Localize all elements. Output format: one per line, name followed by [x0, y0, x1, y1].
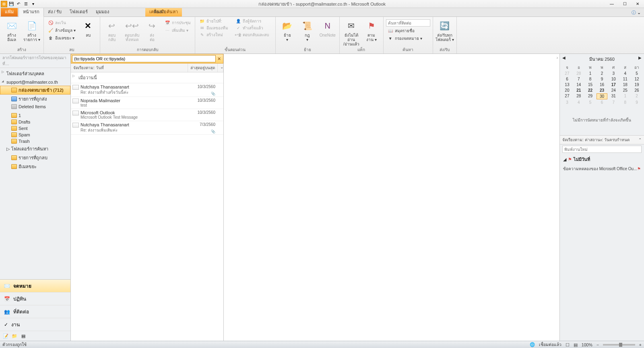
qs-done[interactable]: ✓ทำเสร็จแล้ว	[234, 25, 270, 31]
task-item[interactable]: ข้อความทดลองของ Microsoft Office Ou... ⚑	[560, 165, 644, 173]
tab-send-receive[interactable]: ส่ง / รับ	[44, 7, 66, 16]
cal-day[interactable]: 1	[619, 93, 631, 99]
message-item[interactable]: Nutchaya Thanasaranart 7/3/2560 Re: ส่งง…	[71, 121, 223, 135]
cal-day[interactable]: 27	[561, 93, 573, 99]
folder-spam[interactable]: Spam	[0, 132, 70, 138]
message-item[interactable]: Microsoft Outlook 10/3/2560 Microsoft Ou…	[71, 109, 223, 121]
cal-day[interactable]: 25	[619, 88, 631, 93]
folder-drafts[interactable]: Drafts	[0, 119, 70, 125]
cal-day[interactable]: 19	[631, 82, 642, 87]
cal-day[interactable]: 23	[597, 88, 608, 93]
nav-tasks[interactable]: ✓งาน	[0, 318, 70, 331]
move-button[interactable]: 📂ย้าย ▾	[278, 18, 297, 42]
cal-day[interactable]: 5	[585, 100, 596, 105]
qs-create[interactable]: ✎สร้างใหม่	[198, 31, 234, 38]
save-icon[interactable]: 💾	[8, 1, 14, 7]
find-contact-input[interactable]	[386, 19, 430, 27]
maximize-button[interactable]: ☐	[620, 1, 630, 6]
folderlist-icon[interactable]: 📁	[11, 333, 18, 339]
folder-deleted-items[interactable]: Deleted Items	[0, 103, 70, 110]
qs-replydelete[interactable]: ↩🗑ตอบกลับและลบ	[234, 31, 270, 38]
arrange-by[interactable]: จัดเรียงตาม: วันที่	[71, 64, 188, 72]
meeting-button[interactable]: 📅การประชุม	[163, 19, 192, 26]
cal-day[interactable]: 6	[597, 100, 608, 105]
cal-day[interactable]: 2	[597, 71, 608, 76]
rules-button[interactable]: 📜กฎ ▾	[298, 18, 317, 42]
cal-day[interactable]: 2	[631, 93, 642, 99]
cal-day[interactable]: 27	[561, 71, 573, 76]
cal-day[interactable]: 5	[631, 71, 642, 76]
notes-icon[interactable]: 📝	[2, 333, 9, 339]
cal-day[interactable]: 20	[561, 88, 573, 93]
view-normal-icon[interactable]: ☐	[566, 342, 570, 347]
message-flag-icon[interactable]	[217, 123, 222, 128]
cal-day[interactable]: 1	[585, 71, 596, 76]
message-item[interactable]: Nutchaya Thanasaranart 10/3/2560 Re: ส่ง…	[71, 83, 223, 97]
folder-sent[interactable]: Sent	[0, 125, 70, 132]
tab-file[interactable]: แฟ้ม	[1, 7, 18, 16]
view-reading-icon[interactable]: ▤	[574, 342, 578, 347]
cal-day[interactable]: 9	[597, 76, 608, 82]
folder-one[interactable]: 1	[0, 112, 70, 119]
cal-day[interactable]: 7	[573, 76, 584, 82]
cal-day[interactable]: 4	[573, 100, 584, 105]
folder-all-deleted[interactable]: รายการที่ถูกลบ	[0, 153, 70, 162]
qat-dropdown-icon[interactable]: ▾	[30, 1, 36, 7]
new-email-button[interactable]: ✉️ สร้าง อีเมล	[2, 18, 21, 42]
date-group-header[interactable]: เมื่อวานนี้	[71, 72, 223, 83]
search-input[interactable]	[72, 55, 216, 62]
ignore-button[interactable]: 🚫ละเว้น	[46, 19, 77, 26]
message-flag-icon[interactable]	[217, 111, 222, 115]
undo-icon[interactable]: ↶	[15, 1, 22, 7]
cal-day[interactable]: 21	[573, 88, 584, 93]
folder-junk[interactable]: อีเมลขยะ	[0, 162, 70, 171]
folder-sent-items[interactable]: รายการที่ถูกส่ง	[0, 95, 70, 103]
list-header[interactable]: จัดเรียงตาม: วันที่ ล่าสุดอยู่บนสุด ⌄	[71, 64, 223, 72]
folder-trash[interactable]: Trash	[0, 138, 70, 144]
cal-day[interactable]: 10	[608, 76, 619, 82]
reply-all-button[interactable]: ↩↩ตอบกลับ ทั้งหมด	[123, 18, 141, 42]
cal-day[interactable]: 22	[585, 88, 596, 93]
minimize-button[interactable]: —	[607, 1, 617, 6]
cal-day[interactable]: 4	[619, 71, 631, 76]
cal-day[interactable]: 6	[561, 76, 573, 82]
new-items-button[interactable]: 📄 สร้าง รายการ ▾	[23, 18, 41, 42]
nav-calendar[interactable]: 📅ปฏิทิน	[0, 292, 70, 305]
address-book-button[interactable]: 📖สมุดรายชื่อ	[386, 27, 430, 34]
send-receive-all-button[interactable]: 🔄ส่ง/รับทุก โฟลเดอร์ ▾	[436, 18, 454, 42]
minimize-ribbon-icon[interactable]: ⌄	[637, 10, 641, 15]
cal-day[interactable]: 9	[631, 100, 642, 105]
unread-button[interactable]: ✉ยังไม่ได้อ่าน /อ่านแล้ว	[342, 18, 361, 46]
tab-view[interactable]: มุมมอง	[92, 7, 113, 16]
nav-mail[interactable]: ✉️จดหมาย	[0, 280, 70, 292]
cal-day[interactable]: 29	[585, 93, 596, 99]
cal-day[interactable]: 28	[573, 93, 584, 99]
cal-day[interactable]: 11	[619, 76, 631, 82]
followup-button[interactable]: ⚑ตาม งาน ▾	[362, 18, 381, 42]
cal-day[interactable]: 14	[573, 82, 584, 87]
newest-on-top[interactable]: ล่าสุดอยู่บนสุด	[188, 64, 218, 72]
cal-next-button[interactable]: ▶	[638, 56, 642, 60]
cal-day[interactable]: 12	[631, 76, 642, 82]
cleanup-button[interactable]: 🧹ล้างข้อมูล ▾	[46, 27, 77, 34]
close-button[interactable]: ✕	[633, 1, 642, 6]
cal-day[interactable]: 24	[608, 88, 619, 93]
zoom-slider[interactable]	[603, 344, 635, 346]
cal-day[interactable]: 8	[585, 76, 596, 82]
cal-day[interactable]: 17	[608, 82, 619, 87]
personal-folders-header[interactable]: โฟลเดอร์ส่วนบุคคล	[0, 69, 70, 78]
forward-button[interactable]: ↪ส่ง ต่อ	[143, 18, 161, 42]
expand-header-icon[interactable]: ⌄	[218, 64, 223, 72]
cal-day[interactable]: 30	[597, 93, 608, 99]
zoom-out-button[interactable]: −	[597, 342, 599, 347]
nav-contacts[interactable]: 👥ที่ติดต่อ	[0, 305, 70, 318]
delete-button[interactable]: ✕ ลบ	[79, 18, 97, 37]
zoom-in-button[interactable]: +	[639, 342, 642, 347]
cal-day[interactable]: 8	[619, 100, 631, 105]
reply-button[interactable]: ↩ตอบ กลับ	[103, 18, 121, 42]
onenote-button[interactable]: NOneNote	[318, 18, 337, 37]
new-task-input[interactable]	[562, 146, 642, 153]
redo-icon[interactable]: ☰	[23, 1, 29, 7]
cal-day[interactable]: 18	[619, 82, 631, 87]
cal-day[interactable]: 13	[561, 82, 573, 87]
